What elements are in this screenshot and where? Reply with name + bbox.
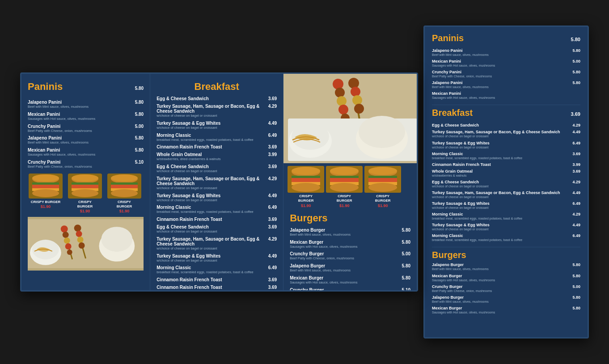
paninis-item-5: Mexican Panini 5.80 Sausages with Hot sa… [28,148,144,157]
svg-point-29 [74,224,81,232]
burger-label-r3: CRISPYBURGER [375,194,391,203]
breakfast-item-8: Turkey Sausage, Ham, Sausage or Bacon, E… [156,176,277,190]
panel-right: CRISPYBURGER $1.90 [283,74,417,290]
side-burger-item-5: Mexican Burger 5.80 Sausages with Hot sa… [432,306,580,314]
burger-label-1: CRISPY BURGER [31,200,61,204]
svg-rect-70 [368,176,397,178]
burger-price-2: $1.90 [80,209,90,213]
panel-paninis: Paninis 5.80 Jalapeno Panini 5.80 Beef w… [21,74,150,290]
burger-row-right: CRISPYBURGER $1.90 [283,163,417,208]
side-breakfast-item-3: Turkey Sausage & Egg Whites 6.49 w/choic… [432,141,580,149]
burger-price-r2: $1.90 [339,203,350,208]
breakfast-item-3: Turkey Sausage & Egg Whites 4.49 w/choic… [156,121,277,130]
svg-point-31 [77,237,84,243]
breakfast-item-14: Turkey Sausage & Egg Whites 4.49 w/choic… [156,254,277,263]
burger-label-2: CRISPYBURGER [77,200,93,209]
svg-point-27 [67,250,72,255]
burger-item-4: Jalapeno Burger 5.80 Beef with Mint sauc… [290,263,410,273]
breakfast-item-1: Egg & Cheese Sandwich 3.69 [156,96,277,101]
paninis-item-1: Jalapeno Panini 5.80 Beef with Mint sauc… [28,100,144,109]
scene: Paninis 5.80 Jalapeno Panini 5.80 Beef w… [11,17,598,347]
side-burger-item-2: Mexican Burger 5.80 Sausages with Hot sa… [432,274,580,282]
breakfast-item-5: Cinnamon Raisin French Toast 3.69 [156,144,277,149]
breakfast-item-6: Whole Grain Oatmeal 3.99 w/strawberries,… [156,152,277,161]
panel-burgers-right: Burgers Jalapeno Burger 5.80 Beef with M… [283,208,417,290]
svg-rect-3 [32,185,59,188]
burger-img-r3 [364,166,401,193]
burger-card-3: CRISPYBURGER $1.90 [106,174,142,214]
side-paninis-item-5: Mexican Panini Sausages with Hot sauce, … [432,91,580,100]
side-paninis-item-3: Crunchy Panini 5.80 Beef Patty with Chee… [432,70,580,78]
svg-point-36 [101,227,132,252]
side-paninis-title: Paninis [432,33,464,43]
svg-point-25 [64,237,70,244]
burger-label-3: CRISPYBURGER [117,200,132,209]
svg-rect-57 [292,178,320,182]
food-photo-right [283,74,417,163]
side-breakfast-item-5: Cinnamon Raisin French Toast 3.99 [432,162,580,167]
svg-rect-17 [111,185,138,188]
burger-card-1: CRISPY BURGER $1.90 [28,174,63,214]
burger-price-r1: $1.90 [301,203,311,208]
side-breakfast-item-8: Turkey Sausage, Ham, Sausage or Bacon, E… [432,190,580,199]
side-breakfast-item-4: Morning Classic 3.69 breakfast meat, scr… [432,152,580,160]
paninis-title: Paninis [28,81,63,93]
side-breakfast-item-7: Egg & Cheese Sandwich 4.29 w/choice of c… [432,180,580,188]
burger-price-3: $1.90 [119,209,130,213]
paninis-item-3: Crunchy Panini 5.00 Beef Patty with Chee… [28,124,144,133]
svg-point-23 [61,225,68,233]
side-breakfast-item-11: Turkey Sausage & Egg Whites 4.49 w/choic… [432,223,580,231]
svg-point-24 [63,232,69,238]
svg-point-26 [65,243,72,250]
side-breakfast-item-9: Turkey Sausage & Egg Whites 6.49 w/choic… [432,201,580,210]
divider-1 [432,105,580,105]
burger-card-2: CRISPYBURGER $1.90 [67,174,103,214]
side-breakfast-section: Breakfast 3.69 Egg & Cheese Sandwich 4.2… [432,108,580,244]
svg-rect-2 [32,182,59,185]
burger-item-1: Jalapeno Burger 5.80 Beef with Mint sauc… [290,228,410,237]
breakfast-item-13: Turkey Sausage, Ham, Sausage or Bacon, E… [156,237,277,251]
svg-point-59 [292,183,320,192]
svg-rect-63 [330,176,359,178]
svg-point-5 [32,189,59,197]
svg-point-66 [330,183,359,192]
side-burger-item-4: Jalapeno Burger 5.80 Beef with Mint sauc… [432,295,580,304]
breakfast-item-9: Turkey Sausage & Egg Whites 4.49 w/choic… [156,193,277,203]
burger-img-1 [29,174,63,199]
panel-breakfast: Breakfast Egg & Cheese Sandwich 3.69 Tur… [150,74,283,290]
paninis-item-2: Mexican Panini 5.80 Sausages with Hot sa… [28,112,144,121]
breakfast-item-15: Morning Classic 6.49 breakfast meat, scr… [156,265,277,275]
burger-img-3 [107,174,141,199]
burger-img-r1 [288,166,324,193]
breakfast-item-4: Morning Classic 6.49 breakfast meat, scr… [156,133,277,142]
svg-rect-56 [292,176,320,178]
svg-point-40 [335,88,345,97]
side-breakfast-item-6: Whole Grain Oatmeal 3.69 w/strawberries … [432,169,580,178]
svg-point-74 [368,167,397,175]
burger-item-6: Crunchy Burger 5.10 Beef Patty with Chee… [290,288,410,290]
svg-point-6 [32,174,59,182]
side-burger-item-3: Crunchy Burger 5.00 Beef Patty with Chee… [432,284,580,293]
breakfast-item-16: Cinnamon Raisin French Toast 3.69 [156,277,277,282]
svg-point-45 [348,78,359,89]
breakfast-item-2: Turkey Sausage, Ham, Sausage or Bacon, E… [156,104,277,118]
side-paninis-item-1: Jalapeno Panini 5.80 Beef with Mint sauc… [432,48,580,57]
burger-card-r3: CRISPYBURGER $1.90 [365,166,401,208]
burger-image-row-left: CRISPY BURGER $1.90 [28,174,144,214]
main-board: Paninis 5.80 Jalapeno Panini 5.80 Beef w… [20,72,418,292]
side-breakfast-header-price: 3.69 [571,111,580,117]
burger-label-r1: CRISPYBURGER [298,194,314,203]
side-burgers-title: Burgers [432,250,580,260]
svg-point-47 [352,95,362,105]
svg-point-67 [330,167,359,175]
svg-point-73 [368,183,397,192]
breakfast-item-7: Egg & Cheese Sandwich 3.69 w/choice of c… [156,164,277,174]
breakfast-item-10: Morning Classic 6.49 breakfast meat, scr… [156,205,277,214]
svg-point-19 [111,189,138,197]
burger-card-r1: CRISPYBURGER $1.90 [288,166,324,208]
breakfast-item-17: Cinnamon Raisin French Toast 3.69 [156,285,277,290]
burger-label-r2: CRISPYBURGER [337,194,352,203]
breakfast-item-12: Egg & Cheese Sandwich 3.69 w/choice of c… [156,224,277,234]
svg-point-13 [72,174,98,182]
burger-item-5: Mexican Burger 5.80 Sausages with Hot sa… [290,275,410,285]
